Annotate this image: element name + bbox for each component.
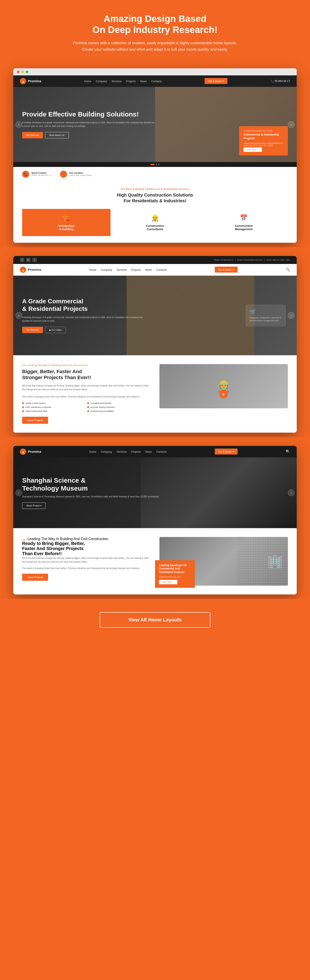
nav3-home[interactable]: Home — [89, 450, 96, 453]
more-about-button[interactable]: More About Us! — [45, 132, 69, 138]
location-detail: York 11000 United States — [69, 174, 92, 177]
service-card-architecture[interactable]: 🏗️ Architecture& building — [22, 209, 110, 236]
layout3-hero: ‹ Shanghai Science & Technology Museum S… — [13, 457, 297, 528]
chevron-down2-icon: ▾ — [233, 268, 234, 271]
hero-info-card: A Leading Developer Of A Grade Commercia… — [239, 126, 288, 156]
layout2-hero: ‹ A Grade Commercial & Residential Proje… — [13, 276, 297, 355]
nav2-company[interactable]: Company — [101, 268, 112, 272]
nav-link-home[interactable]: Home — [84, 80, 91, 83]
location-icon: 📍 — [60, 171, 67, 178]
feature-professional: Highly Professional Staff — [22, 410, 85, 412]
browser-chrome-bar — [13, 68, 297, 75]
layout2-browser-mockup: f in t Phone: 55 854 541 17 | Email: Pro… — [13, 256, 297, 433]
layout1-hero: ‹ Provide Effective Building Solutions! … — [13, 87, 297, 162]
layout3-hero-paragraph: Shanghai's Science & Technology Museum o… — [22, 495, 159, 498]
layout2-video-button[interactable]: ▶ Our Video — [45, 327, 66, 333]
nav2-news[interactable]: News — [145, 268, 152, 272]
search-icon[interactable]: 🔍 — [286, 267, 290, 272]
get-quote-button[interactable]: Get A Quote ▾ — [205, 78, 227, 84]
feature-unrivalled-label: Unrivalled workmanship — [90, 402, 112, 404]
side-feature-card: 🛒 Designing, construction, planning & in… — [246, 305, 286, 326]
view-all-section: View All Home Layouts — [0, 599, 310, 641]
services-eyebrow: The Best & Quality Commercial & Resident… — [22, 188, 288, 190]
overlay-learn-more-button[interactable]: Learn More → — [159, 580, 177, 584]
architecture-icon: 🏗️ — [27, 214, 106, 221]
chevron-down-icon: ▾ — [222, 80, 224, 83]
layout3-left-content: Leading The Way In Building And Civil Co… — [22, 537, 150, 585]
play-video-button[interactable]: ▶ — [219, 390, 228, 398]
layout2-navbar: 🔥 Promina Home Company Services Projects… — [13, 264, 297, 276]
nav-link-projects[interactable]: Projects — [126, 80, 136, 83]
feature-professional-label: Highly Professional Staff — [25, 410, 47, 412]
nav-link-services[interactable]: Services — [112, 80, 122, 83]
overlay-card-title: Leading Developer Of Commercial And Resi… — [159, 564, 191, 574]
instagram-icon[interactable]: in — [26, 258, 30, 262]
feature-qualified: Professional and Qualified — [87, 410, 150, 412]
view-all-home-layouts-button[interactable]: View All Home Layouts — [100, 612, 210, 628]
nav2-projects[interactable]: Projects — [131, 268, 141, 272]
get-quote3-button[interactable]: Get A Quote ▾ — [215, 449, 238, 455]
feature-list: Quality Control System Unrivalled workma… — [22, 402, 150, 412]
phone-icon: 📞 — [22, 171, 29, 178]
nav-phone: 📞 55 854 54 17 — [271, 80, 290, 83]
card-description: Today Promina has over 4,000 professiona… — [244, 142, 283, 146]
layout3-prev-button[interactable]: ‹ — [16, 490, 22, 496]
logo3-icon: 🔥 — [20, 449, 26, 455]
layout2-right-content: 👷 ▶ — [160, 364, 288, 424]
layout2-content-section: Leading The Way In Building And Civil Co… — [13, 355, 297, 433]
nav-link-news[interactable]: News — [140, 80, 147, 83]
nav2-services[interactable]: Services — [117, 268, 127, 272]
layout2-hero-paragraph: A leading developer of A grade commercia… — [22, 316, 146, 323]
layout2-eyebrow-text: Leading The Way In Building And Civil Co… — [28, 364, 88, 366]
orange-overlay-card: Leading Developer Of Commercial And Resi… — [155, 560, 195, 588]
about-project-button[interactable]: About Project ▾ — [22, 503, 46, 509]
logo3: 🔥 Promina — [20, 449, 41, 455]
slider-dot-1[interactable] — [150, 164, 155, 165]
layout2-prev-button[interactable]: ‹ — [16, 312, 22, 319]
nav-link-company[interactable]: Company — [96, 80, 107, 83]
service-card-consultants[interactable]: 👷 ConstructionConsultants — [111, 209, 199, 236]
service-card-management[interactable]: 📅 ConstructionManagement — [200, 209, 288, 236]
layout3-next-button[interactable]: › — [288, 490, 294, 496]
layout-gap-1 — [0, 247, 310, 256]
topbar-contact-info: Phone: 55 854 541 17 | Email: Promina@Gm… — [214, 259, 290, 261]
slider-dot-3[interactable] — [158, 164, 160, 165]
layout2-next-button[interactable]: › — [288, 312, 294, 319]
nav3-news[interactable]: News — [145, 450, 152, 453]
overlay-learn-label: Learn More — [161, 581, 172, 583]
nav2-home[interactable]: Home — [89, 268, 96, 272]
layout2-services-button[interactable]: Our Services — [22, 327, 43, 333]
card-eyebrow: A Leading Developer Of A Grade — [244, 130, 283, 132]
slider-dots — [13, 162, 297, 167]
facebook-icon[interactable]: f — [20, 258, 24, 262]
twitter-icon[interactable]: t — [32, 258, 37, 262]
management-icon: 📅 — [204, 214, 283, 221]
layout2-hero-content: A Grade Commercial & Residential Project… — [13, 298, 155, 333]
nav-link-contacts[interactable]: Contacts — [151, 80, 161, 83]
hero-next-button[interactable]: › — [288, 121, 294, 128]
logo-icon: 🔥 — [20, 78, 26, 84]
layout3-eyebrow-text: Leading The Way In Building And Civil Co… — [27, 537, 108, 541]
quick-contact-info: 📞 Quick Contact Phone: 55 854 541 17 — [22, 171, 51, 178]
nav2-contacts[interactable]: Contacts — [156, 268, 167, 272]
hero-prev-button[interactable]: ‹ — [16, 121, 22, 128]
latest-projects-button[interactable]: Latest Projects — [22, 417, 48, 424]
logo2-text: Promina — [28, 268, 41, 272]
nav3-contacts[interactable]: Contacts — [156, 450, 167, 453]
get-quote2-button[interactable]: Get A Quote ▾ — [215, 267, 238, 272]
layout3-description2: The world is changing faster than ever b… — [22, 566, 150, 570]
nav3-services[interactable]: Services — [117, 450, 127, 453]
learn-more-button[interactable]: Learn More → — [244, 148, 262, 152]
hero-heading: Provide Effective Building Solutions! — [22, 110, 160, 118]
services-grid: 🏗️ Architecture& building 👷 Construction… — [22, 209, 288, 236]
nav3-company[interactable]: Company — [101, 450, 112, 453]
nav3-projects[interactable]: Projects — [131, 450, 141, 453]
slider-dot-2[interactable] — [156, 164, 157, 165]
layout3-content-title: Ready to Bring Bigger, Better, Faster An… — [22, 541, 150, 556]
get-quote-label: Get A Quote — [208, 80, 221, 83]
layout3-hero-heading: Shanghai Science & Technology Museum — [22, 476, 159, 492]
search3-icon[interactable]: 🔍 — [286, 449, 290, 453]
layout3-latest-projects-button[interactable]: Latest Projects — [22, 574, 48, 581]
feature-testing: Accurate Testing Processes — [87, 406, 150, 408]
our-services-button[interactable]: Our Services — [22, 132, 43, 138]
